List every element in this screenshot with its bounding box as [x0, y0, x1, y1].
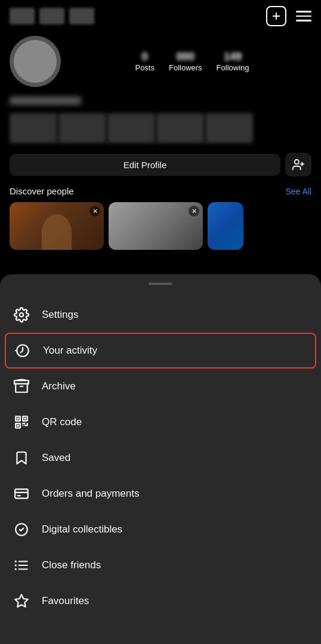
add-person-button[interactable] — [285, 153, 311, 177]
see-all-button[interactable]: See All — [285, 187, 311, 196]
followers-stat[interactable]: 000 Followers — [169, 51, 202, 72]
discover-section: Discover people See All ✕ ✕ — [0, 181, 321, 250]
orders-icon — [13, 485, 30, 502]
bio-image-3 — [107, 113, 155, 143]
your-activity-icon — [14, 342, 31, 359]
saved-icon — [13, 450, 30, 466]
top-bar — [0, 0, 321, 32]
orders-label: Orders and payments — [42, 488, 139, 500]
stats-row: 0 Posts 000 Followers 149 Following — [73, 51, 311, 72]
followers-count: 000 — [177, 51, 195, 63]
username-blurred-text — [10, 97, 81, 105]
discover-cards: ✕ ✕ — [10, 202, 311, 250]
digital-label: Digital collectibles — [42, 524, 122, 535]
menu-item-settings[interactable]: Settings — [0, 297, 321, 333]
archive-label: Archive — [42, 380, 76, 392]
followers-label: Followers — [169, 63, 202, 72]
bio-images-row — [0, 111, 321, 148]
add-post-button[interactable] — [266, 6, 286, 26]
menu-item-saved[interactable]: Saved — [0, 440, 321, 476]
posts-count: 0 — [142, 51, 148, 63]
svg-rect-21 — [15, 489, 28, 498]
following-stat[interactable]: 149 Following — [217, 51, 249, 72]
top-bar-right — [266, 6, 311, 26]
bio-image-1 — [10, 113, 57, 143]
menu-item-your-activity[interactable]: Your activity — [5, 333, 316, 369]
drag-handle[interactable] — [149, 283, 172, 285]
menu-item-orders[interactable]: Orders and payments — [0, 476, 321, 512]
bio-image-4 — [156, 113, 204, 143]
svg-rect-12 — [17, 417, 18, 419]
bottom-sheet: Settings Your activity Archive — [0, 274, 321, 644]
svg-rect-13 — [24, 417, 26, 419]
menu-item-archive[interactable]: Archive — [0, 369, 321, 404]
top-bar-left — [10, 8, 94, 24]
qr-code-label: QR code — [42, 416, 82, 428]
svg-point-5 — [20, 313, 24, 317]
bio-image-5 — [205, 113, 253, 143]
dismiss-card-1[interactable]: ✕ — [89, 206, 100, 216]
avatar — [10, 36, 61, 87]
your-activity-label: Your activity — [43, 345, 97, 357]
username-blurred-3 — [69, 8, 94, 24]
menu-item-digital[interactable]: Digital collectibles — [0, 512, 321, 547]
qr-code-icon — [13, 414, 30, 431]
digital-icon — [13, 521, 30, 538]
username-blurred — [10, 8, 35, 24]
posts-label: Posts — [135, 63, 155, 72]
posts-stat[interactable]: 0 Posts — [135, 51, 155, 72]
close-friends-icon — [13, 557, 30, 574]
settings-icon — [13, 306, 30, 323]
svg-marker-31 — [15, 595, 28, 607]
following-count: 149 — [224, 51, 242, 63]
settings-label: Settings — [42, 309, 78, 321]
favourites-label: Favourites — [42, 595, 89, 607]
svg-rect-14 — [17, 425, 18, 426]
hamburger-menu[interactable] — [296, 11, 311, 21]
favourites-icon — [13, 593, 30, 609]
saved-label: Saved — [42, 452, 70, 464]
edit-profile-button[interactable]: Edit Profile — [10, 154, 280, 176]
profile-section: 0 Posts 000 Followers 149 Following — [0, 32, 321, 93]
archive-icon — [13, 378, 30, 395]
dismiss-card-2[interactable]: ✕ — [189, 206, 199, 216]
close-friends-label: Close friends — [42, 559, 101, 571]
discover-card-2[interactable]: ✕ — [109, 202, 203, 250]
discover-header: Discover people See All — [10, 186, 311, 196]
username-area — [0, 93, 321, 111]
username-blurred-2 — [39, 8, 64, 24]
menu-item-qr-code[interactable]: QR code — [0, 404, 321, 440]
following-label: Following — [217, 63, 249, 72]
svg-point-2 — [295, 160, 299, 164]
discover-card-3[interactable] — [208, 202, 243, 250]
discover-title: Discover people — [10, 186, 74, 196]
discover-card-1[interactable]: ✕ — [10, 202, 104, 250]
menu-item-close-friends[interactable]: Close friends — [0, 547, 321, 583]
menu-item-favourites[interactable]: Favourites — [0, 583, 321, 619]
bio-image-2 — [58, 113, 106, 143]
edit-row: Edit Profile — [0, 148, 321, 181]
